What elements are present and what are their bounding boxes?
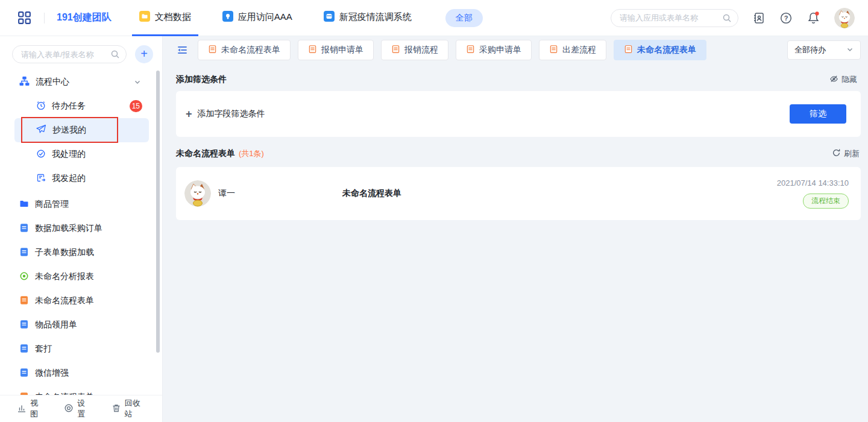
bar-chart-icon <box>17 403 27 415</box>
add-form-button[interactable]: + <box>135 45 153 63</box>
hide-filters-button[interactable]: 隐藏 <box>829 74 857 85</box>
views-button[interactable]: 视图 <box>17 398 43 420</box>
global-search <box>611 9 738 27</box>
doc-outline-orange-icon <box>208 45 217 55</box>
nav-tab-doc-data[interactable]: 文档数据 <box>132 0 198 36</box>
doc-outline-orange-icon <box>308 45 317 55</box>
report-green-icon <box>19 271 29 283</box>
sidebar-item-subform-data-load[interactable]: 子表单数据加载 <box>14 241 149 265</box>
global-search-input[interactable] <box>611 9 738 27</box>
sidebar-scrollbar[interactable] <box>156 71 160 353</box>
sidebar-item-process-center[interactable]: 流程中心 <box>14 70 149 94</box>
sidebar-item-label: 未命名流程表单 <box>35 295 94 306</box>
app-bulb-icon <box>222 11 233 24</box>
record-count: (共1条) <box>239 148 264 159</box>
app-grid-icon[interactable] <box>17 10 32 25</box>
sidebar-item-label: 子表单数据加载 <box>35 247 94 258</box>
filter-button[interactable]: 筛选 <box>790 104 846 124</box>
workspace-name[interactable]: 191创建团队 <box>57 11 112 24</box>
sidebar-item-print-template[interactable]: 套打 <box>14 337 149 361</box>
sidebar-item-wechat-enhance[interactable]: 微信增强 <box>14 361 149 385</box>
todo-count-badge: 15 <box>130 100 142 112</box>
nav-tab-label: 应用访问AAA <box>238 11 292 23</box>
doc-blue-icon <box>19 368 29 379</box>
sidebar-item-label: 数据加载采购订单 <box>35 223 102 234</box>
divider <box>44 13 45 24</box>
form-tab-label: 未命名流程表单 <box>221 45 280 55</box>
form-tab-label: 报销申请单 <box>321 45 363 55</box>
form-tab-1[interactable]: 报销申请单 <box>298 40 374 60</box>
form-tab-0[interactable]: 未命名流程表单 <box>198 40 291 60</box>
record-form-title: 未命名流程表单 <box>342 188 401 199</box>
form-tabs-row: 未命名流程表单 报销申请单 报销流程 采购申请单 <box>176 40 861 60</box>
doc-outline-orange-icon <box>391 45 400 55</box>
sidebar-item-started-by-me[interactable]: 我发起的 <box>14 166 149 191</box>
footer-label: 视图 <box>30 398 43 420</box>
check-circle-icon <box>36 149 46 160</box>
add-field-filter-button[interactable]: + 添加字段筛选条件 <box>186 108 265 121</box>
add-field-label: 添加字段筛选条件 <box>198 109 265 119</box>
hide-label: 隐藏 <box>841 74 857 85</box>
svg-text:?: ? <box>784 14 788 22</box>
gear-icon <box>64 403 74 415</box>
footer-label: 设置 <box>77 398 90 420</box>
collapse-sidebar-icon[interactable] <box>176 44 188 56</box>
sidebar-item-label: 流程中心 <box>36 77 69 87</box>
footer-label: 回收站 <box>125 398 145 420</box>
sidebar-item-label: 我发起的 <box>52 173 86 184</box>
form-tab-label: 采购申请单 <box>479 45 521 55</box>
all-apps-button[interactable]: 全部 <box>445 9 483 27</box>
contacts-icon[interactable] <box>752 11 766 25</box>
filter-header: 添加筛选条件 隐藏 <box>176 74 861 85</box>
sidebar-item-unnamed-report[interactable]: 未命名分析报表 <box>14 265 149 289</box>
chevron-down-icon <box>846 46 854 55</box>
status-filter-dropdown[interactable]: 全部待办 <box>787 40 861 60</box>
status-filter-value: 全部待办 <box>794 45 826 55</box>
sidebar-search-input[interactable] <box>12 45 127 63</box>
sidebar-item-item-requisition[interactable]: 物品领用单 <box>14 313 149 337</box>
form-tab-3[interactable]: 采购申请单 <box>456 40 532 60</box>
doc-send-icon <box>36 173 46 184</box>
sidebar-item-label: 物品领用单 <box>35 320 77 330</box>
record-user-name: 谭一 <box>218 188 342 199</box>
sidebar-search-row: + <box>0 36 162 63</box>
sidebar-item-cc-to-me[interactable]: 抄送我的 <box>14 118 149 142</box>
nav-tab-covid-system[interactable]: 新冠疫情流调系统 <box>316 0 419 36</box>
nav-tab-app-access[interactable]: 应用访问AAA <box>215 0 300 36</box>
sidebar-item-handled-by-me[interactable]: 我处理的 <box>14 142 149 166</box>
user-avatar[interactable] <box>834 8 855 28</box>
help-icon[interactable]: ? <box>779 11 793 25</box>
filter-card: + 添加字段筛选条件 筛选 <box>176 91 861 137</box>
doc-blue-icon <box>19 247 29 259</box>
recycle-bin-button[interactable]: 回收站 <box>112 398 145 420</box>
sidebar-item-clipped[interactable]: 未命名流程表单 <box>14 385 149 395</box>
record-row[interactable]: 谭一 未命名流程表单 2021/07/14 14:33:10 流程结束 <box>176 167 861 220</box>
doc-outline-orange-icon <box>549 45 558 55</box>
sidebar-item-unnamed-flow-form[interactable]: 未命名流程表单 <box>14 289 149 313</box>
status-badge: 流程结束 <box>803 194 849 209</box>
plus-icon: + <box>186 108 192 121</box>
form-tab-label: 未命名流程表单 <box>637 45 696 55</box>
sidebar-item-data-load-purchase-order[interactable]: 数据加载采购订单 <box>14 216 149 241</box>
refresh-button[interactable]: 刷新 <box>832 148 860 159</box>
notification-bell-icon[interactable] <box>807 11 820 25</box>
chevron-down-icon[interactable] <box>134 78 141 86</box>
settings-button[interactable]: 设置 <box>64 398 90 420</box>
folder-blue-icon <box>19 199 29 210</box>
form-tab-5-active[interactable]: 未命名流程表单 <box>614 40 706 60</box>
app-mask-icon <box>324 11 335 24</box>
list-header: 未命名流程表单 (共1条) 刷新 <box>176 148 861 159</box>
search-icon[interactable] <box>110 49 120 61</box>
sidebar-item-label: 微信增强 <box>35 368 69 379</box>
search-icon[interactable] <box>722 13 732 25</box>
form-tab-label: 报销流程 <box>404 45 438 55</box>
clock-icon <box>36 101 46 112</box>
doc-orange-icon <box>19 295 29 307</box>
record-meta: 2021/07/14 14:33:10 流程结束 <box>777 178 849 209</box>
sidebar-menu: 流程中心 待办任务 15 抄送我的 <box>0 70 162 395</box>
form-tab-2[interactable]: 报销流程 <box>381 40 448 60</box>
topbar-nav-tabs: 文档数据 应用访问AAA 新冠疫情流调系统 <box>124 0 427 36</box>
form-tab-4[interactable]: 出差流程 <box>539 40 606 60</box>
sidebar-item-todo-tasks[interactable]: 待办任务 15 <box>14 94 149 118</box>
sidebar-item-goods-management[interactable]: 商品管理 <box>14 192 149 216</box>
